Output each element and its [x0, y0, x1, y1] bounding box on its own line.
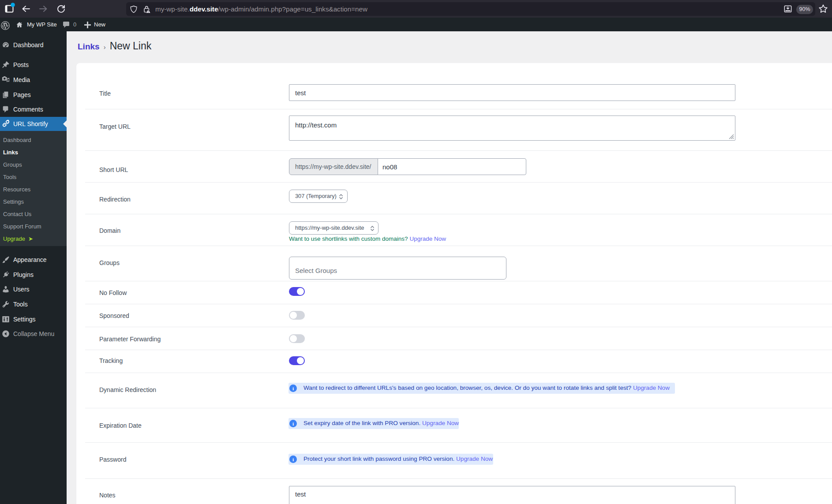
svg-text:i: i [292, 457, 294, 462]
svg-text:i: i [292, 386, 294, 391]
svg-text:i: i [292, 421, 294, 426]
